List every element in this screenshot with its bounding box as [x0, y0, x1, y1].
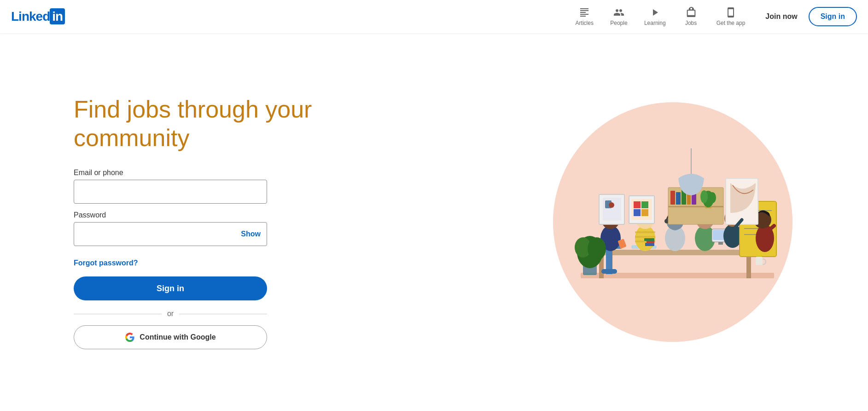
svg-rect-59 [634, 201, 641, 208]
nav-item-learning[interactable]: Learning [637, 3, 673, 30]
svg-rect-61 [634, 209, 641, 216]
nav-label-articles: Articles [576, 20, 594, 26]
nav-label-learning: Learning [644, 20, 666, 26]
sign-in-main-button[interactable]: Sign in [74, 276, 267, 300]
svg-rect-45 [676, 192, 681, 205]
left-panel: Find jobs through your community Email o… [0, 67, 478, 377]
nav-label-get-app: Get the app [717, 20, 746, 26]
svg-rect-71 [644, 238, 654, 241]
svg-rect-43 [668, 206, 723, 207]
password-label: Password [74, 211, 441, 219]
nav-item-articles[interactable]: Articles [568, 3, 601, 30]
navbar-actions: Join now Sign in [760, 7, 857, 26]
nav-item-jobs[interactable]: Jobs [675, 3, 707, 30]
navbar-nav: Articles People Learning Jobs [568, 3, 753, 30]
sign-in-nav-button[interactable]: Sign in [809, 7, 857, 26]
svg-rect-18 [635, 231, 655, 233]
nav-item-people[interactable]: People [603, 3, 635, 30]
svg-rect-62 [641, 209, 648, 216]
svg-rect-44 [670, 191, 675, 205]
svg-rect-60 [641, 201, 648, 208]
password-form-group: Password Show [74, 211, 441, 246]
learning-icon [649, 7, 660, 18]
svg-rect-19 [635, 236, 655, 238]
nav-label-jobs: Jobs [685, 20, 697, 26]
hero-title: Find jobs through your community [74, 95, 313, 153]
people-icon [613, 7, 624, 18]
join-now-button[interactable]: Join now [760, 9, 803, 24]
jobs-icon [686, 7, 697, 18]
svg-point-56 [609, 202, 614, 208]
or-divider: or [74, 310, 267, 318]
svg-rect-7 [601, 269, 617, 274]
illustration-svg [553, 102, 792, 342]
nav-item-get-app[interactable]: Get the app [709, 3, 753, 30]
forgot-password-link[interactable]: Forgot password? [74, 259, 441, 267]
svg-point-68 [588, 237, 606, 260]
email-label: Email or phone [74, 169, 441, 177]
password-wrapper: Show [74, 222, 267, 246]
logo-linked: Linked [11, 9, 50, 23]
logo-in: in [50, 8, 65, 24]
svg-point-52 [709, 192, 716, 203]
divider-line-left [74, 314, 162, 314]
or-text: or [162, 310, 179, 318]
svg-rect-4 [746, 255, 751, 278]
main-content: Find jobs through your community Email o… [0, 33, 868, 411]
google-btn-label: Continue with Google [140, 333, 216, 341]
illustration-circle [553, 102, 792, 342]
email-input[interactable] [74, 180, 267, 204]
email-form-group: Email or phone [74, 169, 441, 204]
divider-line-right [179, 314, 267, 314]
articles-icon [579, 7, 590, 18]
nav-label-people: People [610, 20, 627, 26]
show-password-button[interactable]: Show [241, 230, 261, 238]
navbar: Linkedin Articles People Learning [0, 0, 868, 33]
google-icon [125, 332, 135, 342]
google-sign-in-button[interactable]: Continue with Google [74, 325, 267, 349]
svg-rect-72 [756, 257, 763, 265]
svg-point-51 [700, 190, 708, 203]
svg-rect-69 [645, 243, 654, 246]
logo-text: Linkedin [11, 9, 65, 24]
right-panel [478, 93, 868, 351]
password-input[interactable] [74, 222, 267, 246]
logo[interactable]: Linkedin [11, 9, 65, 24]
app-icon [725, 7, 736, 18]
svg-rect-30 [718, 242, 723, 245]
